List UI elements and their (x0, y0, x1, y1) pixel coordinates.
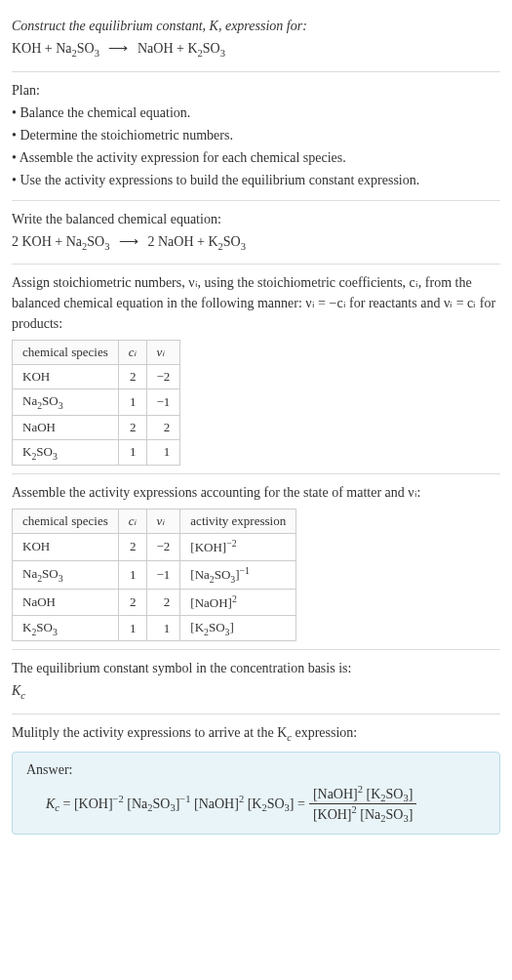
section-symbol: The equilibrium constant symbol in the c… (12, 649, 500, 714)
arrow-icon: ⟶ (108, 41, 128, 56)
table-row: NaOH 2 2 (13, 415, 180, 439)
kc-symbol: Kc (12, 680, 500, 704)
col-species: chemical species (13, 510, 119, 534)
col-vi: νᵢ (146, 341, 180, 365)
plan-bullet-2: • Determine the stoichiometric numbers. (12, 125, 500, 145)
fraction: [NaOH]2 [K2SO3] [KOH]2 [Na2SO3] (309, 784, 416, 825)
unbalanced-equation: KOH + Na2SO3 ⟶ NaOH + K2SO3 (12, 38, 500, 61)
table-row: Na2SO3 1 −1 [Na2SO3]−1 (13, 560, 296, 589)
plan-bullet-1: • Balance the chemical equation. (12, 102, 500, 123)
table-row: Na2SO3 1 −1 (13, 389, 180, 416)
denominator: [KOH]2 [Na2SO3] (309, 804, 416, 824)
table-row: KOH 2 −2 [KOH]−2 (13, 534, 296, 560)
section-multiply: Mulitply the activity expressions to arr… (12, 714, 500, 842)
activity-intro: Assemble the activity expressions accoun… (12, 482, 500, 503)
col-ci: cᵢ (118, 510, 146, 534)
section-construct: Construct the equilibrium constant, K, e… (12, 8, 500, 71)
table-row: K2SO3 1 1 (13, 439, 180, 466)
plan-bullet-4: • Use the activity expressions to build … (12, 170, 500, 190)
section-balanced: Write the balanced chemical equation: 2 … (12, 200, 500, 265)
balanced-intro: Write the balanced chemical equation: (12, 209, 500, 229)
answer-label: Answer: (26, 762, 486, 778)
numerator: [NaOH]2 [K2SO3] (309, 784, 416, 804)
answer-box: Answer: Kc = [KOH]−2 [Na2SO3]−1 [NaOH]2 … (12, 752, 500, 836)
multiply-intro: Mulitply the activity expressions to arr… (12, 722, 500, 746)
section-stoich-numbers: Assign stoichiometric numbers, νᵢ, using… (12, 264, 500, 473)
col-species: chemical species (13, 341, 119, 365)
table-row: KOH 2 −2 (13, 365, 180, 389)
table-row: NaOH 2 2 [NaOH]2 (13, 589, 296, 615)
stoich-intro: Assign stoichiometric numbers, νᵢ, using… (12, 272, 500, 334)
col-ci: cᵢ (118, 341, 146, 365)
section-activity: Assemble the activity expressions accoun… (12, 473, 500, 649)
table-header-row: chemical species cᵢ νᵢ (13, 341, 180, 365)
plan-label: Plan: (12, 80, 500, 101)
kc-expression: Kc = [KOH]−2 [Na2SO3]−1 [NaOH]2 [K2SO3] … (26, 784, 486, 825)
activity-table: chemical species cᵢ νᵢ activity expressi… (12, 509, 296, 641)
stoich-table: chemical species cᵢ νᵢ KOH 2 −2 Na2SO3 1… (12, 340, 180, 466)
col-activity: activity expression (180, 510, 296, 534)
balanced-equation: 2 KOH + Na2SO3 ⟶ 2 NaOH + K2SO3 (12, 231, 500, 255)
table-header-row: chemical species cᵢ νᵢ activity expressi… (13, 510, 296, 534)
arrow-icon: ⟶ (119, 234, 138, 249)
table-row: K2SO3 1 1 [K2SO3] (13, 615, 296, 641)
symbol-intro: The equilibrium constant symbol in the c… (12, 658, 500, 678)
col-vi: νᵢ (146, 510, 180, 534)
plan-bullet-3: • Assemble the activity expression for e… (12, 147, 500, 168)
construct-intro: Construct the equilibrium constant, K, e… (12, 16, 500, 36)
section-plan: Plan: • Balance the chemical equation. •… (12, 71, 500, 200)
